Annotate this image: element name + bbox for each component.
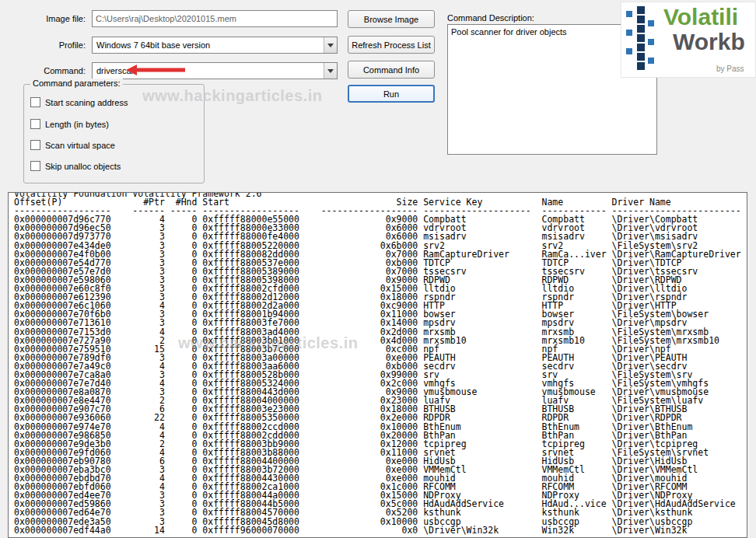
profile-combobox[interactable]: Windows 7 64bit base version [92, 37, 338, 54]
chevron-down-icon [327, 69, 334, 76]
chevron-down-icon [327, 44, 334, 51]
checkbox-icon[interactable] [30, 161, 40, 171]
checkbox-length-in-bytes[interactable]: Length (in bytes) [30, 119, 109, 129]
checkbox-label: Start scaning address [45, 98, 128, 107]
command-output-panel[interactable]: Volatility Foundation Volatility Framewo… [8, 192, 747, 538]
command-parameters-groupbox: Command parameters: Start scaning addres… [23, 84, 205, 183]
checkbox-label: Length (in bytes) [45, 120, 109, 129]
checkbox-scan-virtual-space[interactable]: Scan virtual space [30, 140, 115, 150]
checkbox-icon[interactable] [30, 119, 40, 129]
volatility-workbench-logo: Volatili Workb by Pass [621, 2, 756, 78]
logo-word-volatility: Volatili [663, 4, 738, 30]
command-label: Command: [6, 66, 86, 75]
command-combobox[interactable]: driverscan [92, 62, 338, 79]
profile-dropdown-button[interactable] [324, 37, 337, 53]
checkbox-start-scanning-address[interactable]: Start scaning address [30, 97, 128, 107]
volatility-workbench-window: { "form": { "image_file": {"label": "Ima… [0, 0, 756, 538]
output-text: Volatility Foundation Volatility Framewo… [14, 192, 741, 535]
checkbox-icon[interactable] [30, 97, 40, 107]
profile-label: Profile: [6, 40, 86, 50]
run-button[interactable]: Run [348, 85, 435, 103]
browse-image-button[interactable]: Browse Image [348, 10, 435, 28]
command-parameters-title: Command parameters: [30, 79, 123, 88]
profile-value: Windows 7 64bit base version [93, 40, 324, 50]
checkbox-skip-unalloc-objects[interactable]: Skip unalloc objects [30, 161, 121, 171]
logo-word-workbench: Workb [673, 29, 745, 55]
refresh-process-list-button[interactable]: Refresh Process List [348, 36, 435, 54]
output-row: 0x000000007edf44a0 14 0 0xfffff960000700… [14, 526, 741, 535]
checkbox-icon[interactable] [30, 140, 40, 150]
command-description-label: Command Description: [447, 13, 534, 23]
command-dropdown-button[interactable] [324, 63, 337, 79]
logo-pixel-icon [625, 5, 663, 76]
image-file-input[interactable] [92, 10, 338, 27]
image-file-label: Image file: [6, 14, 86, 23]
checkbox-label: Skip unalloc objects [45, 162, 121, 171]
command-value: driverscan [93, 66, 324, 75]
logo-byline: by Pass [716, 65, 744, 73]
checkbox-label: Scan virtual space [45, 141, 115, 150]
command-info-button[interactable]: Command Info [348, 61, 435, 79]
